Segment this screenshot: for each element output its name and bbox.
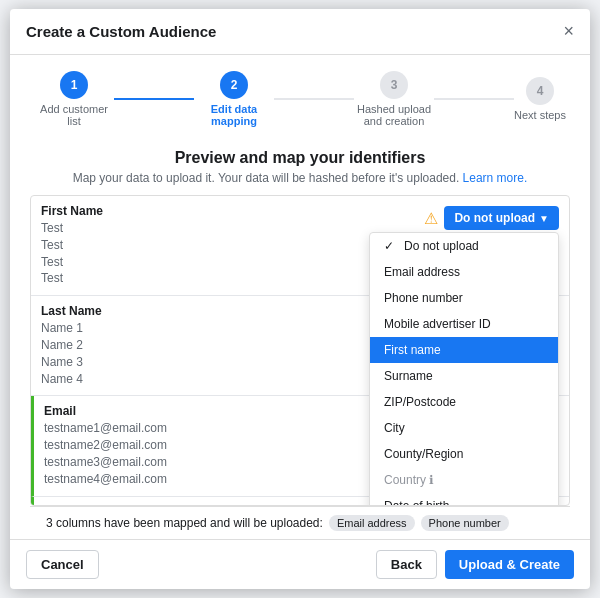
step-3-circle: 3 — [380, 71, 408, 99]
row-values: TestTestTestTest — [41, 220, 416, 287]
mapped-text: 3 columns have been mapped and will be u… — [46, 516, 323, 530]
step-1: 1 Add customer list — [34, 71, 114, 127]
dropdown-current-label: Do not upload — [454, 211, 535, 225]
dropdown-item-first-name[interactable]: First name — [370, 337, 558, 363]
step-2-label: Edit data mapping — [194, 103, 274, 127]
row-label: First Name — [41, 204, 416, 218]
dropdown-item-country: Country ℹ — [370, 467, 558, 493]
step-4-circle: 4 — [526, 77, 554, 105]
dropdown-item[interactable]: ZIP/Postcode — [370, 389, 558, 415]
chevron-down-icon: ▼ — [539, 213, 549, 224]
step-line-3 — [434, 98, 514, 100]
stepper: 1 Add customer list 2 Edit data mapping … — [10, 55, 590, 139]
dropdown-item[interactable]: Phone number — [370, 285, 558, 311]
dropdown-item[interactable]: Email address — [370, 259, 558, 285]
modal-header: Create a Custom Audience × — [10, 9, 590, 55]
badge-phone: Phone number — [421, 515, 509, 531]
step-4-label: Next steps — [514, 109, 566, 121]
modal-footer: Cancel Back Upload & Create — [10, 539, 590, 589]
step-2: 2 Edit data mapping — [194, 71, 274, 127]
dropdown-item[interactable]: Mobile advertiser ID — [370, 311, 558, 337]
modal: Create a Custom Audience × 1 Add custome… — [10, 9, 590, 589]
badge-email: Email address — [329, 515, 415, 531]
step-3: 3 Hashed upload and creation — [354, 71, 434, 127]
back-button[interactable]: Back — [376, 550, 437, 579]
dropdown-button[interactable]: Do not upload ▼ — [444, 206, 559, 230]
step-line-1 — [114, 98, 194, 100]
step-2-circle: 2 — [220, 71, 248, 99]
step-1-circle: 1 — [60, 71, 88, 99]
modal-title: Create a Custom Audience — [26, 23, 216, 40]
table-row: First Name TestTestTestTest ⚠ Do not upl… — [31, 196, 569, 296]
step-line-2 — [274, 98, 354, 100]
main-content: Preview and map your identifiers Map you… — [10, 139, 590, 539]
step-4: 4 Next steps — [514, 77, 566, 121]
row-action: ⚠ Do not upload ▼ — [424, 204, 559, 230]
preview-subtitle: Map your data to upload it. Your data wi… — [30, 171, 570, 185]
mapped-bar: 3 columns have been mapped and will be u… — [30, 506, 570, 539]
dropdown-item[interactable]: City — [370, 415, 558, 441]
step-3-label: Hashed upload and creation — [354, 103, 434, 127]
dropdown-menu: Do not upload Email address Phone number… — [369, 232, 559, 506]
footer-right: Back Upload & Create — [376, 550, 574, 579]
cancel-button[interactable]: Cancel — [26, 550, 99, 579]
warning-icon: ⚠ — [424, 209, 438, 228]
step-1-label: Add customer list — [34, 103, 114, 127]
data-column: First Name TestTestTestTest — [41, 204, 424, 287]
upload-create-button[interactable]: Upload & Create — [445, 550, 574, 579]
dropdown-item[interactable]: Date of birth — [370, 493, 558, 506]
dropdown-item[interactable]: Surname — [370, 363, 558, 389]
dropdown-item[interactable]: Do not upload — [370, 233, 558, 259]
data-table: First Name TestTestTestTest ⚠ Do not upl… — [30, 195, 570, 506]
learn-more-link[interactable]: Learn more. — [463, 171, 528, 185]
modal-overlay: Create a Custom Audience × 1 Add custome… — [0, 0, 600, 598]
dropdown-item[interactable]: County/Region — [370, 441, 558, 467]
close-button[interactable]: × — [563, 21, 574, 42]
preview-title: Preview and map your identifiers — [30, 149, 570, 167]
